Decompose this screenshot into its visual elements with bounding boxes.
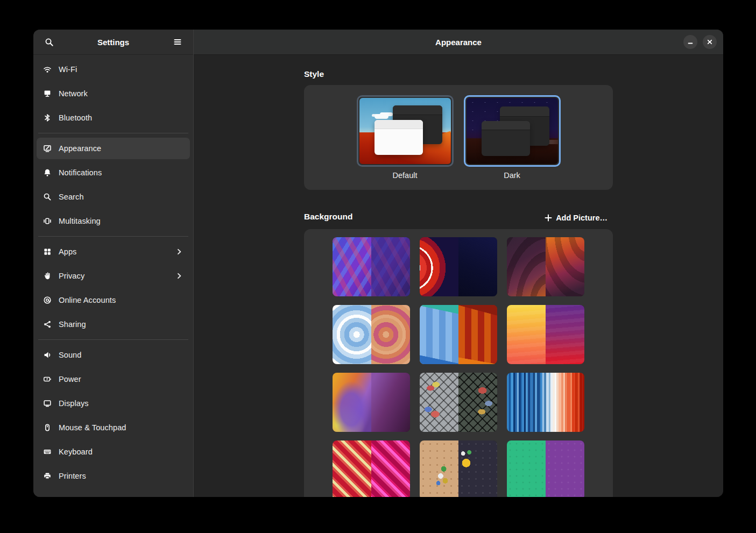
speaker-icon [43, 351, 52, 359]
theme-preview-dark [464, 95, 561, 167]
wallpaper-thumb-pinwheel-spiral[interactable] [333, 305, 410, 364]
style-option-default[interactable]: Default [357, 95, 454, 180]
magnifier-icon [43, 193, 52, 201]
hand-icon [43, 272, 52, 280]
wallpaper-thumb-green-purple-duotone[interactable] [507, 440, 584, 497]
wallpaper-grid [333, 237, 584, 497]
sidebar-item-power[interactable]: Power [37, 368, 190, 390]
sidebar-item-mouse-touchpad[interactable]: Mouse & Touchpad [37, 417, 190, 438]
plus-icon [545, 214, 552, 222]
settings-window: Settings Wi-Fi Network [33, 30, 723, 497]
minimize-button[interactable] [683, 35, 697, 49]
sidebar-item-apps[interactable]: Apps [37, 241, 190, 262]
appearance-content: Style Default [194, 54, 723, 497]
wallpaper-thumb-sunset-waves[interactable] [507, 305, 584, 364]
wallpaper-thumb-keycaps-mosaic[interactable] [420, 373, 497, 432]
bluetooth-icon [43, 113, 52, 122]
style-option-dark[interactable]: Dark [464, 95, 561, 180]
printer-icon [43, 472, 52, 480]
share-icon [43, 320, 52, 329]
sidebar-item-multitasking[interactable]: Multitasking [37, 210, 190, 232]
battery-icon [43, 375, 52, 383]
sidebar-item-network[interactable]: Network [37, 83, 190, 104]
sidebar-item-label: Wi-Fi [59, 65, 183, 74]
page-title: Appearance [194, 38, 723, 47]
sidebar-item-label: Online Accounts [59, 296, 183, 304]
wifi-icon [43, 65, 52, 74]
sidebar-title: Settings [57, 38, 169, 47]
search-button[interactable] [41, 34, 57, 50]
sidebar-item-displays[interactable]: Displays [37, 393, 190, 414]
sidebar-item-label: Privacy [59, 272, 175, 280]
sidebar-item-label: Printers [59, 472, 183, 480]
sidebar-item-label: Appearance [59, 144, 183, 153]
wallpaper-thumb-abstract-petal[interactable] [333, 373, 410, 432]
cloud [375, 114, 388, 119]
sidebar-item-label: Network [59, 89, 183, 98]
bell-icon [43, 168, 52, 177]
sidebar-item-sharing[interactable]: Sharing [37, 314, 190, 335]
sidebar-item-label: Notifications [59, 168, 183, 177]
mouse-icon [43, 423, 52, 432]
sidebar-item-label: Multitasking [59, 217, 183, 225]
theme-preview-dark-art [467, 98, 558, 164]
close-icon [706, 39, 713, 45]
sidebar-item-label: Sound [59, 351, 183, 359]
sidebar-divider [38, 339, 188, 340]
wallpaper-thumb-capsule-links[interactable] [333, 440, 410, 497]
sidebar-item-label: Power [59, 375, 183, 383]
search-icon [45, 38, 54, 47]
main-pane: Appearance Style [194, 30, 723, 497]
sidebar-item-search[interactable]: Search [37, 186, 190, 208]
sidebar-item-bluetooth[interactable]: Bluetooth [37, 107, 190, 129]
sidebar-item-label: Displays [59, 399, 183, 408]
multitasking-icon [43, 217, 52, 225]
sidebar-item-label: Mouse & Touchpad [59, 423, 183, 432]
sidebar-item-printers[interactable]: Printers [37, 465, 190, 487]
sidebar-item-sound[interactable]: Sound [37, 344, 190, 366]
wallpaper-thumb-climate-stripes[interactable] [507, 373, 584, 432]
wallpaper-thumb-neon-swirl[interactable] [420, 237, 497, 296]
mini-window-front [375, 120, 423, 155]
style-section-title: Style [304, 69, 613, 79]
sidebar-divider [38, 133, 188, 133]
sidebar-item-keyboard[interactable]: Keyboard [37, 441, 190, 463]
wallpaper-thumb-icons-scatter[interactable] [420, 440, 497, 497]
minimize-icon [687, 39, 694, 45]
style-option-label: Dark [504, 171, 520, 180]
sidebar-item-online-accounts[interactable]: Online Accounts [37, 289, 190, 311]
chevron-right-icon [175, 247, 183, 256]
sidebar-item-privacy[interactable]: Privacy [37, 265, 190, 287]
sidebar-item-wifi[interactable]: Wi-Fi [37, 59, 190, 80]
network-icon [43, 89, 52, 98]
mini-window-front [482, 121, 530, 156]
sidebar-item-appearance[interactable]: Appearance [37, 138, 190, 159]
display-icon [43, 399, 52, 408]
add-picture-label: Add Picture… [556, 214, 607, 222]
window-controls [683, 35, 717, 49]
add-picture-button[interactable]: Add Picture… [539, 210, 613, 225]
sidebar-item-notifications[interactable]: Notifications [37, 162, 190, 183]
appearance-icon [43, 144, 52, 153]
style-option-label: Default [393, 171, 418, 180]
keyboard-icon [43, 447, 52, 456]
wallpaper-thumb-lava-waves[interactable] [507, 237, 584, 296]
main-headerbar: Appearance [194, 30, 723, 54]
sidebar-list: Wi-Fi Network Bluetooth Appearance [33, 54, 193, 497]
hamburger-menu-icon [173, 38, 182, 46]
sidebar-item-label: Apps [59, 247, 175, 256]
sidebar: Settings Wi-Fi Network [33, 30, 194, 497]
main-menu-button[interactable] [169, 34, 186, 50]
sidebar-item-label: Sharing [59, 320, 183, 329]
background-card [304, 229, 613, 497]
wallpaper-thumb-melt-drips[interactable] [420, 305, 497, 364]
wallpaper-thumb-geometric-triangles[interactable] [333, 237, 410, 296]
background-section-header: Background Add Picture… [304, 210, 613, 229]
apps-grid-icon [43, 247, 52, 256]
style-card: Default Dark [304, 85, 613, 190]
close-button[interactable] [703, 35, 717, 49]
sidebar-item-label: Keyboard [59, 447, 183, 456]
sidebar-item-label: Bluetooth [59, 113, 183, 122]
sidebar-item-label: Search [59, 193, 183, 201]
theme-preview-default-art [359, 98, 451, 164]
